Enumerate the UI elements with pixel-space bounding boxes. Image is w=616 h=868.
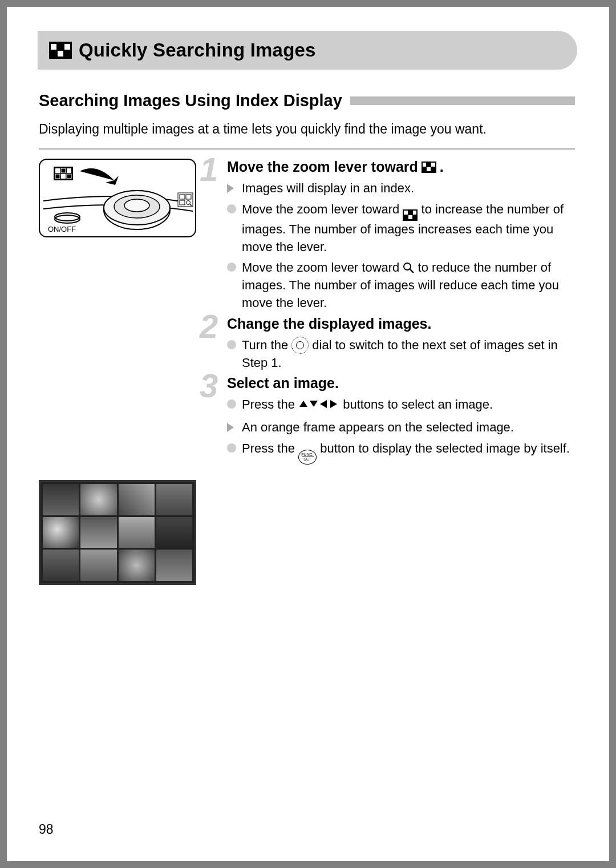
camera-diagram: ON/OFF [39,159,196,237]
intro-text: Displaying multiple images at a time let… [39,120,575,138]
bullet-text: buttons to select an image. [343,397,493,411]
bullet: Press the buttons to select an image. [227,396,575,415]
thumb [80,484,116,515]
thumb [43,517,79,548]
index-grid-icon [422,162,436,173]
dot-bullet-icon [227,340,236,349]
step-heading: Move the zoom lever toward . [227,159,575,175]
thumb [43,484,79,515]
step-number: 3 [200,369,218,402]
bullet-text: Images will display in an index. [242,181,414,195]
body-columns: ON/OFF 1 [39,159,575,585]
svg-point-10 [124,199,149,212]
bullet: Turn the dial to switch to the next set … [227,337,575,372]
svg-rect-4 [55,174,60,179]
svg-line-20 [410,269,414,273]
func-set-button-icon: FUNC. SET [298,450,317,465]
control-dial-icon [291,337,309,354]
step-heading-text: Move the zoom lever toward [227,159,418,175]
index-grid-icon [403,209,418,221]
page-title-bar: Quickly Searching Images [38,31,577,70]
svg-marker-24 [330,400,337,408]
dpad-arrows-icon [298,398,339,415]
thumb [119,484,155,515]
manual-page: Quickly Searching Images Searching Image… [7,7,609,861]
triangle-bullet-icon [227,184,234,193]
svg-rect-5 [61,174,66,179]
thumb [156,550,192,581]
bullet-text: button to display the selected image by … [320,441,570,455]
thumb [80,550,116,581]
step-heading-post: . [440,159,444,175]
step-3: 3 Select an image. Press the [216,375,575,464]
thumb [119,550,155,581]
step-heading: Change the displayed images. [227,316,575,332]
step-2: 2 Change the displayed images. Turn the … [216,316,575,372]
thumb [119,517,155,548]
bullet-text: Press the [242,441,298,455]
section-heading-row: Searching Images Using Index Display [39,91,575,110]
index-grid-icon [49,42,72,59]
dot-bullet-icon [227,263,236,272]
svg-marker-21 [299,401,307,407]
magnify-icon [403,261,414,272]
svg-marker-23 [320,400,327,408]
bullet-text: Turn the [242,338,291,352]
dot-bullet-icon [227,204,236,213]
bullet: Images will display in an index. [227,180,575,197]
triangle-bullet-icon [227,423,234,432]
dot-bullet-icon [227,443,236,453]
heading-rule [350,96,575,105]
bullet: Press the FUNC. SET button to display th… [227,440,575,465]
bullet-text: Move the zoom lever toward [242,202,403,216]
thumb [80,517,116,548]
svg-marker-22 [310,401,318,407]
bullet: An orange frame appears on the selected … [227,419,575,437]
dot-bullet-icon [227,399,236,409]
svg-rect-6 [67,174,71,179]
step-1: 1 Move the zoom lever toward . Images wi… [216,159,575,312]
thumb [156,517,192,548]
bullet: Move the zoom lever toward to increase t… [227,201,575,256]
step-heading: Select an image. [227,375,575,391]
bullet: Move the zoom lever toward to reduce the… [227,259,575,312]
steps-column: 1 Move the zoom lever toward . Images wi… [216,159,575,585]
step-number: 2 [200,310,218,343]
step-number: 1 [200,153,218,186]
onoff-label: ON/OFF [48,225,76,233]
svg-rect-3 [67,168,71,173]
section-heading: Searching Images Using Index Display [39,91,342,110]
bullet-text: Move the zoom lever toward [242,260,403,274]
bullet-text: Press the [242,397,298,411]
page-number: 98 [39,822,54,837]
index-preview-grid [39,480,196,585]
page-title: Quickly Searching Images [79,39,316,61]
separator [39,148,575,150]
svg-rect-1 [55,168,60,173]
left-column: ON/OFF [39,159,201,585]
svg-point-19 [404,263,411,270]
svg-rect-2 [61,168,66,173]
bullet-text: An orange frame appears on the selected … [242,420,514,434]
func-label-bottom: SET [303,457,311,461]
thumb [156,484,192,515]
thumb [43,550,79,581]
func-label-top: FUNC. [301,453,313,457]
